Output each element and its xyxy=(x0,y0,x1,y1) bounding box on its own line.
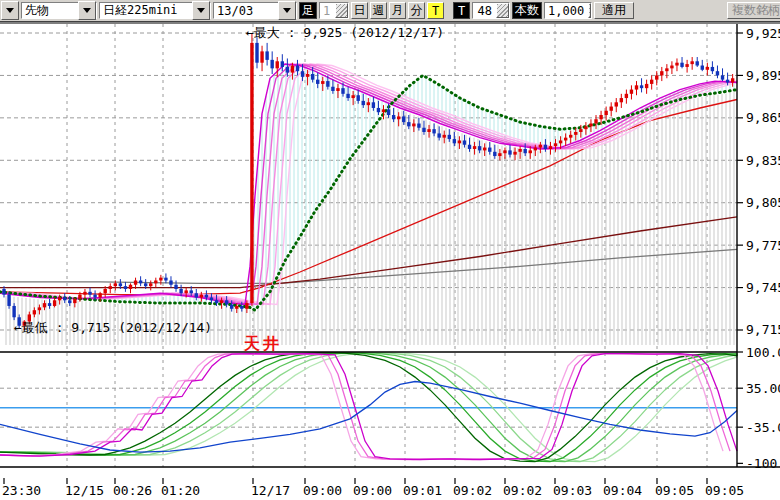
interval-value: 1 xyxy=(320,4,334,18)
svg-text:09:03: 09:03 xyxy=(553,483,592,498)
svg-text:9,745: 9,745 xyxy=(746,280,780,295)
svg-text:←最大 : 9,925 (2012/12/17): ←最大 : 9,925 (2012/12/17) xyxy=(246,25,444,40)
svg-text:09:05: 09:05 xyxy=(705,483,744,498)
svg-text:09:05: 09:05 xyxy=(655,483,694,498)
svg-text:23:30: 23:30 xyxy=(2,483,41,498)
svg-text:9,805: 9,805 xyxy=(746,195,780,210)
chevron-down-icon[interactable] xyxy=(78,1,96,20)
svg-text:-100.00: -100.00 xyxy=(746,456,780,471)
svg-text:09:00: 09:00 xyxy=(353,483,392,498)
bar-count-label: 本数 xyxy=(512,2,542,19)
svg-text:09:01: 09:01 xyxy=(403,483,442,498)
svg-text:35.00: 35.00 xyxy=(746,381,780,396)
svg-text:01:20: 01:20 xyxy=(161,483,200,498)
symbol-value: 日経225mini xyxy=(100,2,192,19)
bar-type-label: 足 xyxy=(299,2,317,19)
svg-text:09:00: 09:00 xyxy=(303,483,342,498)
svg-text:←最低 : 9,715 (2012/12/14): ←最低 : 9,715 (2012/12/14) xyxy=(14,320,212,335)
bar-count-stepper[interactable]: 1,000 xyxy=(544,2,592,19)
tick-count-value: 48 xyxy=(473,4,495,18)
svg-text:00:26: 00:26 xyxy=(113,483,152,498)
svg-text:9,865: 9,865 xyxy=(746,110,780,125)
window-dropdown-button[interactable] xyxy=(1,1,19,20)
stepper-grip-icon[interactable] xyxy=(335,3,348,18)
stepper-grip-icon[interactable] xyxy=(588,3,591,18)
svg-text:9,775: 9,775 xyxy=(746,238,780,253)
period-button-tick-active[interactable]: T xyxy=(427,2,444,19)
chevron-down-icon xyxy=(6,8,14,13)
svg-text:09:04: 09:04 xyxy=(603,483,642,498)
toolbar: 先物 日経225mini 13/03 足 1 日 週 月 分 T T 48 本数… xyxy=(0,0,780,22)
stepper-grip-icon[interactable] xyxy=(496,3,509,18)
period-button-minute[interactable]: 分 xyxy=(408,2,425,19)
svg-text:09:02: 09:02 xyxy=(503,483,542,498)
bar-count-value: 1,000 xyxy=(545,4,587,18)
chart-application-window: 9,9259,8959,8659,8359,8059,7759,7459,715… xyxy=(0,0,780,500)
period-button-day[interactable]: 日 xyxy=(351,2,368,19)
period-button-month[interactable]: 月 xyxy=(389,2,406,19)
price-chart-canvas[interactable]: 9,9259,8959,8659,8359,8059,7759,7459,715… xyxy=(0,0,780,500)
svg-text:12/17: 12/17 xyxy=(251,483,290,498)
interval-stepper[interactable]: 1 xyxy=(319,2,349,19)
svg-text:9,895: 9,895 xyxy=(746,68,780,83)
tick-count-label: T xyxy=(453,2,470,19)
svg-text:100.00: 100.00 xyxy=(746,345,780,360)
contract-month-select[interactable]: 13/03 xyxy=(213,2,297,19)
svg-text:09:02: 09:02 xyxy=(453,483,492,498)
market-type-value: 先物 xyxy=(22,2,78,19)
chevron-down-icon[interactable] xyxy=(278,1,296,20)
svg-text:12/15: 12/15 xyxy=(65,483,104,498)
apply-button[interactable]: 適用 xyxy=(594,2,634,19)
svg-text:天井: 天井 xyxy=(243,334,282,353)
chevron-down-icon[interactable] xyxy=(192,1,210,20)
contract-month-value: 13/03 xyxy=(214,4,278,18)
multi-symbol-button-disabled: 複数銘柄 xyxy=(727,2,780,19)
period-button-week[interactable]: 週 xyxy=(370,2,387,19)
symbol-select[interactable]: 日経225mini xyxy=(99,2,211,19)
svg-text:9,835: 9,835 xyxy=(746,153,780,168)
market-type-select[interactable]: 先物 xyxy=(21,2,97,19)
svg-text:-35.00: -35.00 xyxy=(746,420,780,435)
svg-text:9,715: 9,715 xyxy=(746,322,780,337)
svg-text:9,925: 9,925 xyxy=(746,26,780,41)
tick-count-stepper[interactable]: 48 xyxy=(472,2,510,19)
